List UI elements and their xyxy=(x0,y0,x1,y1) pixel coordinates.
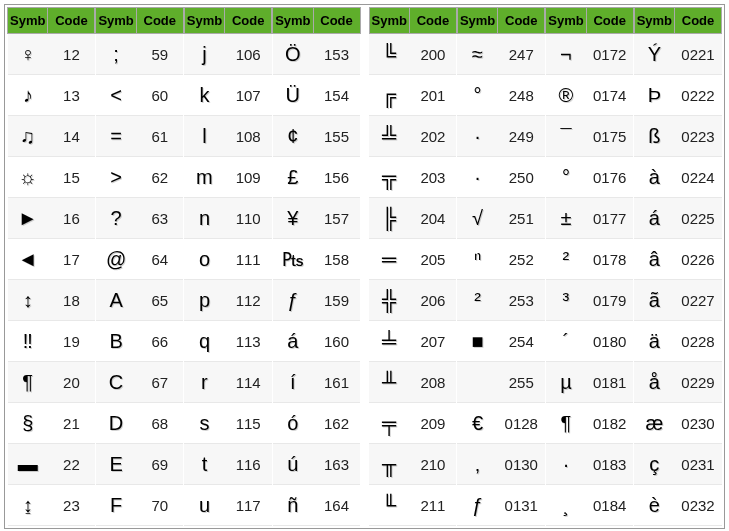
table-row: ⁿ252 xyxy=(457,239,544,280)
code-cell: 69 xyxy=(136,444,183,485)
symbol-cell: ↕ xyxy=(8,280,48,321)
code-cell: 14 xyxy=(48,116,95,157)
code-cell: 210 xyxy=(409,444,456,485)
symbol-cell: ╨ xyxy=(369,362,409,403)
symbol-cell: ◄ xyxy=(8,239,48,280)
table-row: ₧158 xyxy=(273,239,360,280)
code-cell: 0181 xyxy=(586,362,633,403)
symbol-cell: ↨ xyxy=(8,485,48,526)
table-row: ■254 xyxy=(457,321,544,362)
table-row: ▬22 xyxy=(8,444,95,485)
symbol-cell: ç xyxy=(634,444,674,485)
table-row: ╙211 xyxy=(369,485,456,526)
symbol-cell: ╧ xyxy=(369,321,409,362)
symbol-cell: § xyxy=(8,403,48,444)
code-cell: 162 xyxy=(313,403,360,444)
symbol-cell: ² xyxy=(457,280,497,321)
symbol-cell: á xyxy=(634,198,674,239)
code-cell: 109 xyxy=(225,157,272,198)
symbol-cell: ² xyxy=(546,239,586,280)
symbol-cell: = xyxy=(96,116,136,157)
code-cell: 254 xyxy=(498,321,545,362)
header-code: Code xyxy=(586,8,633,34)
code-cell: 13 xyxy=(48,75,95,116)
table-row: ²0178 xyxy=(546,239,633,280)
symbol-cell: s xyxy=(184,403,224,444)
symbol-cell: n xyxy=(184,198,224,239)
code-cell: 113 xyxy=(225,321,272,362)
table-row: ∙249 xyxy=(457,116,544,157)
code-cell: 66 xyxy=(136,321,183,362)
table-row: ²253 xyxy=(457,280,544,321)
symbol-cell: è xyxy=(634,485,674,526)
code-cell: 21 xyxy=(48,403,95,444)
table-row: ╧207 xyxy=(369,321,456,362)
table-row: j106 xyxy=(184,34,271,75)
symbol-code-chart: SymbCode♀12♪13♫14☼15►16◄17↕18‼19¶20§21▬2… xyxy=(4,4,725,529)
code-cell: 0131 xyxy=(498,485,545,526)
code-cell: 206 xyxy=(409,280,456,321)
symbol-cell: q xyxy=(184,321,224,362)
symbol-column: SymbCode╚200╔201╩202╦203╠204═205╬206╧207… xyxy=(369,7,457,526)
symbol-cell: ä xyxy=(634,321,674,362)
code-cell: 12 xyxy=(48,34,95,75)
symbol-cell: Ü xyxy=(273,75,313,116)
table-row: â0226 xyxy=(634,239,721,280)
symbol-cell: ¯ xyxy=(546,116,586,157)
code-cell: 164 xyxy=(313,485,360,526)
table-row: ♫14 xyxy=(8,116,95,157)
table-row: ã0227 xyxy=(634,280,721,321)
header-symb: Symb xyxy=(369,8,409,34)
symbol-cell: ⁿ xyxy=(457,239,497,280)
table-row: >62 xyxy=(96,157,183,198)
code-cell: 159 xyxy=(313,280,360,321)
code-cell: 117 xyxy=(225,485,272,526)
code-cell: 252 xyxy=(498,239,545,280)
code-cell: 0223 xyxy=(675,116,722,157)
symbol-cell: ╩ xyxy=(369,116,409,157)
code-cell: 17 xyxy=(48,239,95,280)
symbol-cell: £ xyxy=(273,157,313,198)
table-row: ú163 xyxy=(273,444,360,485)
symbol-cell: ■ xyxy=(457,321,497,362)
code-cell: 0221 xyxy=(675,34,722,75)
table-row: ♀12 xyxy=(8,34,95,75)
symbol-cell: ╔ xyxy=(369,75,409,116)
symbol-cell: ± xyxy=(546,198,586,239)
code-cell: 201 xyxy=(409,75,456,116)
code-cell: 247 xyxy=(498,34,545,75)
code-cell: 60 xyxy=(136,75,183,116)
symbol-cell: ¢ xyxy=(273,116,313,157)
table-row: ó162 xyxy=(273,403,360,444)
code-cell: 18 xyxy=(48,280,95,321)
code-cell: 0175 xyxy=(586,116,633,157)
symbol-cell: E xyxy=(96,444,136,485)
symbol-cell: ╥ xyxy=(369,444,409,485)
symbol-cell: ñ xyxy=(273,485,313,526)
code-cell: 200 xyxy=(409,34,456,75)
symbol-cell: F xyxy=(96,485,136,526)
table-row: n110 xyxy=(184,198,271,239)
code-cell: 0229 xyxy=(675,362,722,403)
table-row: ³0179 xyxy=(546,280,633,321)
symbol-cell: m xyxy=(184,157,224,198)
code-cell: 204 xyxy=(409,198,456,239)
symbol-cell: ‚ xyxy=(457,444,497,485)
code-cell: 0227 xyxy=(675,280,722,321)
code-cell: 0225 xyxy=(675,198,722,239)
table-row: ‼19 xyxy=(8,321,95,362)
symbol-cell: B xyxy=(96,321,136,362)
header-symb: Symb xyxy=(96,8,136,34)
table-row: ¯0175 xyxy=(546,116,633,157)
table-row: å0229 xyxy=(634,362,721,403)
symbol-cell: € xyxy=(457,403,497,444)
table-row: §21 xyxy=(8,403,95,444)
code-cell: 156 xyxy=(313,157,360,198)
code-cell: 19 xyxy=(48,321,95,362)
code-cell: 163 xyxy=(313,444,360,485)
symbol-cell: > xyxy=(96,157,136,198)
code-cell: 0176 xyxy=(586,157,633,198)
code-cell: 157 xyxy=(313,198,360,239)
symbol-cell: j xyxy=(184,34,224,75)
symbol-cell: ╬ xyxy=(369,280,409,321)
